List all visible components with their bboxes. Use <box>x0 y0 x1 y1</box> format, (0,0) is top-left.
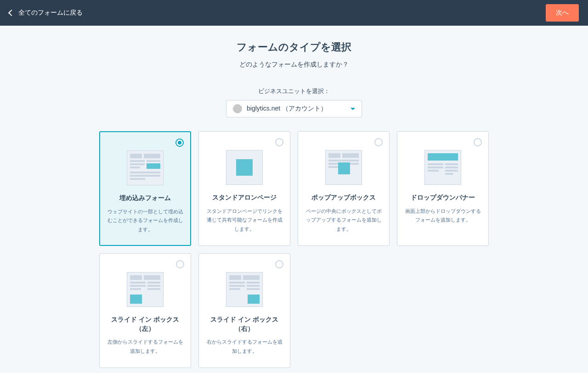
form-type-card-dropdown-banner[interactable]: ドロップダウンバナー 画面上部からドロップダウンするフォームを追加します。 <box>397 131 489 246</box>
caret-down-icon <box>351 108 355 110</box>
card-title: ポップアップボックス <box>311 193 376 202</box>
form-type-card-slide-left[interactable]: スライド イン ボックス（左） 左側からスライドするフォームを追加します。 <box>99 253 191 368</box>
thumbnail-embedded-icon <box>127 150 164 185</box>
card-title: 埋め込みフォーム <box>119 194 171 203</box>
business-unit-label: ビジネスユニットを選択： <box>0 87 588 95</box>
radio-icon <box>474 138 482 146</box>
card-desc: ウェブサイトの一部として埋め込むことができるフォームを作成します。 <box>107 207 184 234</box>
form-type-card-embedded[interactable]: 埋め込みフォーム ウェブサイトの一部として埋め込むことができるフォームを作成しま… <box>99 131 191 246</box>
thumbnail-dropdown-banner-icon <box>424 150 461 185</box>
radio-icon <box>374 138 383 146</box>
thumbnail-slide-right-icon <box>226 272 263 307</box>
card-desc: 画面上部からドロップダウンするフォームを追加します。 <box>404 207 482 225</box>
chevron-left-icon <box>8 10 15 16</box>
main-content: フォームのタイプを選択 どのようなフォームを作成しますか？ ビジネスユニットを選… <box>0 26 588 368</box>
page-title: フォームのタイプを選択 <box>0 40 588 54</box>
form-type-card-standalone[interactable]: スタンドアロンページ スタンドアロンページでリンクを通じて共有可能なフォームを作… <box>198 131 290 246</box>
card-desc: 右からスライドするフォームを追加します。 <box>205 338 283 356</box>
page-subtitle: どのようなフォームを作成しますか？ <box>0 61 588 69</box>
thumbnail-popup-icon <box>325 150 362 185</box>
form-type-card-popup[interactable]: ポップアップボックス ページの中央にボックスとしてポップアップするフォームを追加… <box>298 131 390 246</box>
back-to-forms-link[interactable]: 全てのフォームに戻る <box>9 9 83 17</box>
card-title: スライド イン ボックス（左） <box>106 315 184 333</box>
radio-icon <box>275 260 283 268</box>
radio-icon <box>175 139 184 147</box>
card-title: ドロップダウンバナー <box>411 193 475 202</box>
back-label: 全てのフォームに戻る <box>18 9 83 17</box>
account-logo-icon <box>233 104 242 113</box>
thumbnail-standalone-icon <box>226 150 263 185</box>
card-title: スライド イン ボックス（右） <box>205 315 283 333</box>
thumbnail-slide-left-icon <box>127 272 164 307</box>
card-desc: スタンドアロンページでリンクを通じて共有可能なフォームを作成します。 <box>205 207 283 234</box>
business-unit-select[interactable]: biglytics.net （アカウント） <box>226 100 362 117</box>
card-desc: 左側からスライドするフォームを追加します。 <box>106 338 184 356</box>
card-desc: ページの中央にボックスとしてポップアップするフォームを追加します。 <box>305 207 383 234</box>
next-button[interactable]: 次へ <box>546 4 579 22</box>
radio-icon <box>176 260 184 268</box>
header-bar: 全てのフォームに戻る 次へ <box>0 0 588 26</box>
radio-icon <box>275 138 283 146</box>
form-type-card-slide-right[interactable]: スライド イン ボックス（右） 右からスライドするフォームを追加します。 <box>198 253 290 368</box>
card-title: スタンドアロンページ <box>212 193 277 202</box>
form-type-grid: 埋め込みフォーム ウェブサイトの一部として埋め込むことができるフォームを作成しま… <box>99 131 489 368</box>
business-unit-selected: biglytics.net （アカウント） <box>247 105 327 113</box>
